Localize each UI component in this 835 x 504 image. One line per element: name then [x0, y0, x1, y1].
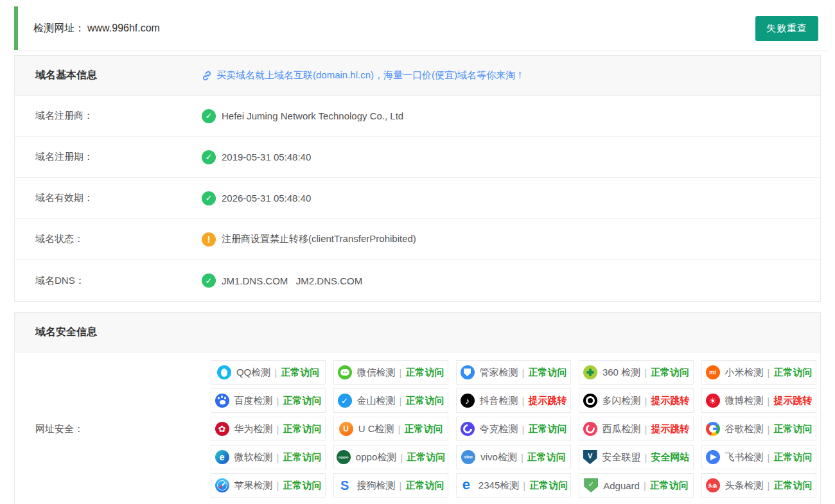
recheck-button[interactable]: 失败重查 — [755, 16, 818, 41]
info-row: 域名状态： 注册商设置禁止转移(clientTransferProhibited… — [15, 219, 820, 260]
separator: | — [522, 395, 525, 406]
separator: | — [768, 424, 770, 435]
info-row: 域名注册期： 2019-05-31 05:48:40 — [15, 137, 820, 178]
detection-status: 正常访问 — [281, 367, 319, 379]
detection-item[interactable]: 百度检测 | 正常访问 — [211, 388, 326, 413]
checked-url: www.996hf.com — [87, 22, 160, 34]
detection-item[interactable]: 多闪检测 | 提示跳转 — [579, 388, 694, 413]
detection-status: 安全网站 — [651, 451, 689, 464]
wechat-icon — [338, 365, 352, 379]
info-value-text: 2026-05-31 05:48:40 — [222, 193, 311, 204]
detection-item[interactable]: 微软检测 | 正常访问 — [211, 445, 326, 469]
detection-name: 谷歌检测 — [725, 423, 764, 435]
detection-name: 西瓜检测 — [602, 423, 641, 435]
detection-status: 正常访问 — [651, 367, 689, 379]
detection-item[interactable]: 华为检测 | 正常访问 — [211, 417, 326, 441]
detection-item[interactable]: 头条检测 | 正常访问 — [701, 473, 816, 498]
detection-status: 正常访问 — [405, 480, 444, 492]
detection-name: 飞书检测 — [725, 451, 764, 464]
oppo-icon — [337, 450, 351, 464]
detection-item[interactable]: 2345检测 | 正常访问 — [456, 473, 571, 498]
detection-status: 正常访问 — [283, 451, 321, 464]
detection-item[interactable]: 管家检测 | 正常访问 — [456, 360, 571, 385]
huawei-icon — [215, 422, 229, 436]
detection-item[interactable]: Adguard | 正常访问 — [579, 473, 694, 498]
quark-icon — [461, 422, 475, 436]
check-url-bar: 检测网址： www.996hf.com 失败重查 — [14, 6, 830, 50]
warning-circle-icon — [202, 232, 216, 247]
detection-name: Adguard — [603, 480, 640, 491]
douyin-icon — [461, 394, 475, 408]
security-body: 网址安全： QQ检测 | 正常访问 微信检测 | 正常访问 — [15, 352, 820, 504]
detection-item[interactable]: 飞书检测 | 正常访问 — [701, 445, 816, 469]
separator: | — [644, 367, 647, 378]
detection-item[interactable]: 安全联盟 | 安全网站 — [579, 445, 694, 469]
detection-status: 正常访问 — [405, 367, 444, 379]
separator: | — [768, 395, 770, 406]
info-row-value: Hefei Juming Network Technology Co., Ltd — [202, 109, 403, 123]
separator: | — [645, 395, 647, 406]
detection-item[interactable]: vivo检测 | 正常访问 — [456, 445, 571, 469]
detection-item[interactable]: 西瓜检测 | 提示跳转 — [579, 417, 694, 441]
detection-item[interactable]: 微信检测 | 正常访问 — [333, 360, 448, 385]
detection-item[interactable]: 小米检测 | 正常访问 — [701, 360, 816, 385]
separator: | — [645, 452, 647, 463]
security-title: 域名安全信息 — [15, 326, 202, 339]
detection-item[interactable]: 金山检测 | 正常访问 — [333, 388, 448, 413]
info-value-text: Hefei Juming Network Technology Co., Ltd — [222, 110, 403, 121]
info-row-label: 域名注册商： — [15, 110, 202, 122]
detection-status: 提示跳转 — [528, 395, 567, 407]
detection-item[interactable]: 360 检测 | 正常访问 — [579, 360, 694, 385]
check-circle-icon — [202, 109, 216, 123]
sogou-icon — [338, 478, 352, 492]
detection-item[interactable]: 谷歌检测 | 正常访问 — [701, 417, 816, 441]
detection-name: QQ检测 — [236, 367, 270, 379]
detection-item[interactable]: oppo检测 | 正常访问 — [333, 445, 448, 469]
info-row-label: 域名注册期： — [15, 151, 202, 163]
detection-status: 提示跳转 — [651, 395, 689, 407]
detection-status: 正常访问 — [773, 367, 812, 379]
detection-name: 微博检测 — [725, 395, 764, 407]
link-icon — [202, 71, 212, 81]
detection-name: 百度检测 — [234, 395, 273, 407]
detection-status: 正常访问 — [407, 451, 445, 464]
adguard-icon — [584, 478, 598, 492]
detection-status: 正常访问 — [528, 367, 567, 379]
info-value-text: JM1.DNS.COM JM2.DNS.COM — [222, 275, 362, 286]
xigua-icon — [583, 422, 597, 436]
detection-name: 搜狗检测 — [357, 480, 396, 492]
detection-name: 多闪检测 — [602, 395, 641, 407]
tencent-guanjia-icon — [461, 365, 475, 379]
security-header: 域名安全信息 — [15, 313, 820, 352]
detection-name: 微信检测 — [357, 367, 396, 379]
vivo-icon — [461, 450, 475, 464]
detection-name: 小米检测 — [725, 367, 764, 379]
promo-link[interactable]: 买卖域名就上域名互联(domain.hl.cn)，海量一口价(便宜)域名等你来淘… — [216, 69, 525, 82]
detection-name: 夸克检测 — [480, 423, 518, 435]
detection-name: 华为检测 — [234, 423, 273, 435]
detection-item[interactable]: 夸克检测 | 正常访问 — [456, 417, 571, 441]
detection-status: 正常访问 — [528, 423, 567, 435]
detection-item[interactable]: 苹果检测 | 正常访问 — [211, 473, 326, 498]
separator: | — [768, 480, 770, 491]
check-url-label: 检测网址： — [33, 22, 85, 35]
info-row-label: 域名DNS： — [15, 275, 202, 287]
detection-item[interactable]: 微博检测 | 提示跳转 — [701, 388, 816, 413]
detection-item[interactable]: QQ检测 | 正常访问 — [211, 360, 326, 385]
detection-item[interactable]: U C检测 | 正常访问 — [333, 417, 448, 441]
detection-item[interactable]: 抖音检测 | 提示跳转 — [456, 388, 571, 413]
detection-status: 正常访问 — [283, 480, 321, 492]
separator: | — [522, 424, 525, 435]
check-circle-icon — [202, 150, 216, 164]
detection-status: 正常访问 — [650, 480, 689, 492]
detection-status: 正常访问 — [283, 395, 321, 407]
info-row-value: 2026-05-31 05:48:40 — [202, 191, 311, 205]
detection-status: 正常访问 — [404, 423, 443, 435]
qq-icon — [217, 365, 231, 379]
separator: | — [277, 395, 279, 406]
detection-item[interactable]: 搜狗检测 | 正常访问 — [333, 473, 448, 498]
check-circle-icon — [202, 274, 216, 288]
detection-status: 提示跳转 — [773, 395, 812, 407]
separator: | — [644, 480, 646, 491]
detection-status: 正常访问 — [405, 395, 444, 407]
